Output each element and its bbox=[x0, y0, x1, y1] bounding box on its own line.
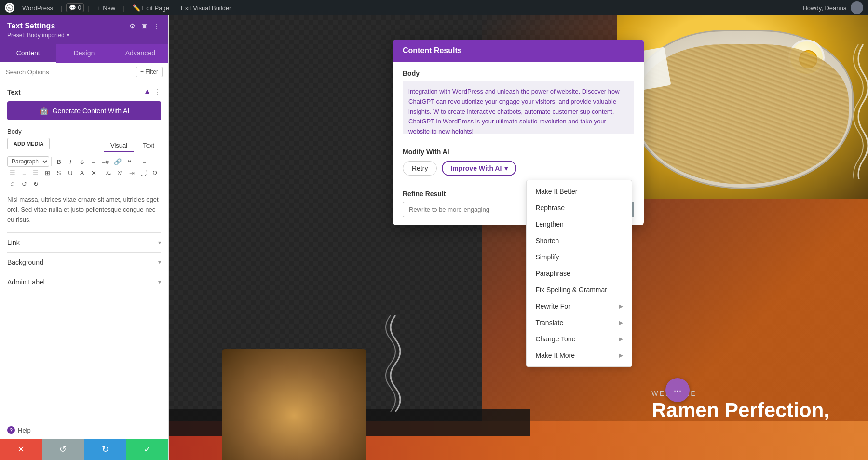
filter-button[interactable]: + Filter bbox=[136, 67, 163, 77]
tab-design[interactable]: Design bbox=[56, 44, 112, 63]
fullscreen-button[interactable]: ⛶ bbox=[138, 168, 149, 178]
save-button[interactable]: ✓ bbox=[126, 439, 168, 460]
settings-icon-btn[interactable]: ⚙ bbox=[128, 21, 136, 31]
help-row[interactable]: ? Help bbox=[0, 421, 168, 439]
sidebar: Text Settings ⚙ ▣ ⋮ Preset: Body importe… bbox=[0, 15, 169, 460]
align-center-button[interactable]: ☰ bbox=[7, 168, 18, 178]
dropdown-item-label-2: Lengthen bbox=[535, 220, 563, 228]
dropdown-item-translate[interactable]: Translate ▶ bbox=[527, 314, 632, 331]
improve-dropdown-menu: Make It Better Rephrase Lengthen bbox=[526, 180, 632, 367]
tab-text[interactable]: Text bbox=[136, 139, 161, 152]
modal-body: Body integration with WordPress and unle… bbox=[393, 62, 644, 225]
sidebar-header-row: Text Settings ⚙ ▣ ⋮ bbox=[7, 21, 161, 31]
superscript-button[interactable]: X² bbox=[115, 169, 125, 177]
generate-ai-button[interactable]: 🤖 Generate Content With AI bbox=[7, 101, 161, 120]
sep-1 bbox=[51, 157, 52, 166]
dropdown-item-label-7: Rewrite For bbox=[535, 302, 570, 310]
strikethrough2-button[interactable]: S bbox=[54, 168, 64, 178]
redo-icon: ↻ bbox=[102, 444, 109, 455]
add-media-button[interactable]: ADD MEDIA bbox=[7, 138, 50, 149]
tab-content[interactable]: Content bbox=[0, 44, 56, 63]
cancel-button[interactable]: ✕ bbox=[0, 439, 42, 460]
color-button[interactable]: A bbox=[77, 168, 87, 178]
dropdown-item-fix-spelling[interactable]: Fix Spelling & Grammar bbox=[527, 282, 632, 298]
exit-builder-label: Exit Visual Builder bbox=[181, 4, 231, 12]
wordpress-logo[interactable]: W bbox=[5, 3, 14, 13]
exit-builder-link[interactable]: Exit Visual Builder bbox=[177, 4, 235, 12]
strikethrough-button[interactable]: S̶ bbox=[77, 157, 87, 167]
help-label: Help bbox=[18, 427, 31, 434]
redo-button[interactable]: ↻ bbox=[84, 439, 126, 460]
sidebar-tabs: Content Design Advanced bbox=[0, 44, 168, 63]
edit-page-link[interactable]: ✏️ Edit Page bbox=[129, 4, 173, 12]
user-greeting: Howdy, Deanna bbox=[802, 4, 847, 12]
align-right-button[interactable]: ≡ bbox=[19, 168, 29, 178]
editor-text[interactable]: Nisl massa, ultrices vitae ornare sit am… bbox=[7, 193, 161, 227]
comment-bubble[interactable]: 💬 0 bbox=[66, 3, 84, 12]
improve-label: Improve With AI bbox=[450, 164, 502, 172]
layout-icon-btn[interactable]: ▣ bbox=[140, 21, 149, 31]
dropdown-item-shorten[interactable]: Shorten bbox=[527, 232, 632, 249]
sidebar-preset[interactable]: Preset: Body imported ▾ bbox=[7, 32, 161, 39]
italic-button[interactable]: I bbox=[65, 157, 76, 167]
undo-button[interactable]: ↺ bbox=[42, 439, 84, 460]
admin-label-section[interactable]: Admin Label ▾ bbox=[7, 272, 161, 292]
text-section-title: Text bbox=[7, 88, 21, 96]
svg-text:W: W bbox=[8, 6, 12, 10]
save-icon: ✓ bbox=[144, 444, 151, 455]
ai-icon: 🤖 bbox=[39, 106, 49, 115]
improve-with-ai-button[interactable]: Improve With AI ▾ bbox=[442, 161, 516, 176]
retry-button[interactable]: Retry bbox=[403, 161, 437, 176]
modify-section: Modify With AI Retry Improve With AI ▾ bbox=[403, 148, 634, 176]
indent-button[interactable]: ⇥ bbox=[126, 168, 137, 178]
add-media-row: ADD MEDIA Visual Text bbox=[7, 138, 161, 153]
ol-button[interactable]: ≡# bbox=[100, 157, 111, 167]
more-icon-btn[interactable]: ⋮ bbox=[152, 21, 161, 31]
table-button[interactable]: ⊞ bbox=[42, 168, 53, 178]
user-avatar[interactable] bbox=[851, 1, 863, 14]
help-icon: ? bbox=[7, 426, 15, 434]
background-label: Background bbox=[7, 258, 43, 266]
admin-label-text: Admin Label bbox=[7, 278, 45, 286]
new-link[interactable]: + New bbox=[94, 4, 120, 12]
underline-button[interactable]: U bbox=[65, 168, 76, 178]
dropdown-item-paraphrase[interactable]: Paraphrase bbox=[527, 265, 632, 282]
background-section[interactable]: Background ▾ bbox=[7, 252, 161, 272]
search-input[interactable] bbox=[6, 68, 132, 76]
omega-button[interactable]: Ω bbox=[149, 168, 160, 178]
editor-toolbar: Paragraph B I S̶ ≡ ≡# 🔗 ❝ ≡ ☰ ≡ ☰ ⊞ bbox=[7, 156, 161, 189]
clear-button[interactable]: ✕ bbox=[88, 168, 99, 178]
redo-editor-button[interactable]: ↻ bbox=[30, 179, 41, 189]
content-results-modal: Content Results Body integration with Wo… bbox=[393, 40, 644, 225]
modal-body-section-title: Body bbox=[403, 69, 634, 77]
align-left-button[interactable]: ≡ bbox=[139, 157, 150, 167]
admin-bar: W WordPress | 💬 0 | + New | ✏️ Edit Page… bbox=[0, 0, 868, 15]
dropdown-item-make-it-more[interactable]: Make It More ▶ bbox=[527, 347, 632, 364]
paragraph-select[interactable]: Paragraph bbox=[7, 156, 49, 167]
align-justify-button[interactable]: ☰ bbox=[30, 168, 41, 178]
quote-button[interactable]: ❝ bbox=[124, 157, 135, 167]
link-section[interactable]: Link ▾ bbox=[7, 232, 161, 252]
link-button[interactable]: 🔗 bbox=[112, 157, 123, 167]
emoji-button[interactable]: ☺ bbox=[7, 179, 18, 189]
undo-editor-button[interactable]: ↺ bbox=[19, 179, 29, 189]
body-section: Body ADD MEDIA Visual Text Paragraph bbox=[7, 128, 161, 227]
dropdown-item-rephrase[interactable]: Rephrase bbox=[527, 200, 632, 216]
text-section-menu[interactable]: ⋮ bbox=[153, 87, 161, 96]
tab-advanced[interactable]: Advanced bbox=[112, 44, 168, 63]
subscript-button[interactable]: X₂ bbox=[103, 169, 114, 177]
dropdown-item-rewrite-for[interactable]: Rewrite For ▶ bbox=[527, 298, 632, 314]
modal-actions: Retry Improve With AI ▾ Ma bbox=[403, 161, 634, 176]
make-it-more-arrow: ▶ bbox=[619, 352, 623, 359]
dropdown-item-make-it-better[interactable]: Make It Better bbox=[527, 183, 632, 200]
wordpress-link[interactable]: WordPress bbox=[18, 4, 57, 12]
text-collapse-arrow[interactable]: ▲ bbox=[144, 87, 150, 96]
ul-button[interactable]: ≡ bbox=[88, 157, 99, 167]
tab-visual[interactable]: Visual bbox=[104, 139, 134, 152]
dropdown-item-simplify[interactable]: Simplify bbox=[527, 249, 632, 265]
bold-button[interactable]: B bbox=[54, 157, 64, 167]
link-label: Link bbox=[7, 239, 20, 246]
separator-3: | bbox=[123, 4, 124, 12]
dropdown-item-change-tone[interactable]: Change Tone ▶ bbox=[527, 331, 632, 347]
dropdown-item-lengthen[interactable]: Lengthen bbox=[527, 216, 632, 232]
